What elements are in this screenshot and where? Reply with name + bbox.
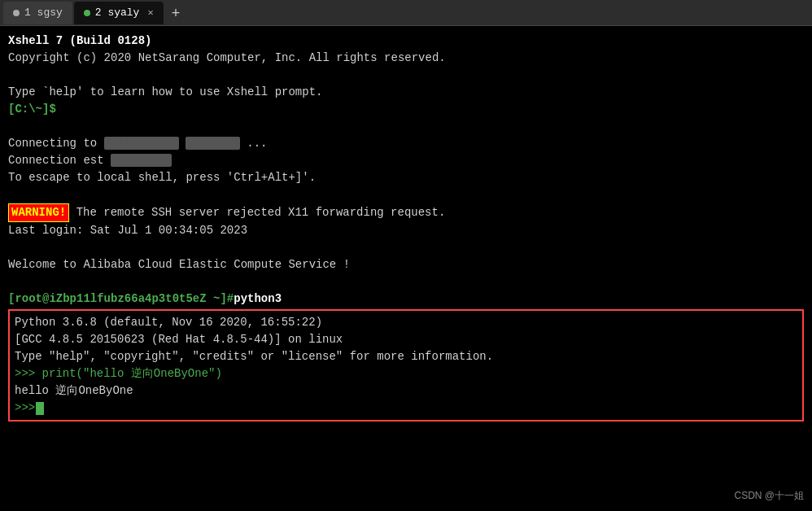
close-tab-button[interactable]: ✕: [147, 7, 153, 19]
python-output-box: Python 3.6.8 (default, Nov 16 2020, 16:5…: [8, 309, 804, 421]
python-cmd-text: python3: [234, 290, 282, 308]
terminal-prompt1: [C:\~]$: [8, 101, 804, 118]
connecting-dots: ...: [247, 137, 267, 150]
new-tab-button[interactable]: +: [165, 2, 187, 24]
python-line4: >>> print("hello 逆向OneByOne"): [15, 365, 797, 382]
last-login-text: Last login: Sat Jul 1 00:34:05 2023: [8, 224, 247, 237]
tab-label-2: 2 syaly: [95, 7, 140, 19]
warning-msg: The remote SSH server rejected X11 forwa…: [76, 206, 446, 219]
xshell-title: Xshell 7 (Build 0128): [8, 34, 151, 47]
copyright-text: Copyright (c) 2020 NetSarang Computer, I…: [8, 51, 446, 64]
terminal-escape: To escape to local shell, press 'Ctrl+Al…: [8, 169, 804, 186]
root-prompt: [root@iZbp11lfubz66a4p3t0t5eZ ~]#: [8, 290, 234, 308]
tab-1-sgsy[interactable]: 1 sgsy: [3, 2, 72, 24]
python-line1-text: Python 3.6.8 (default, Nov 16 2020, 16:5…: [15, 316, 322, 329]
terminal-connection-est: Connection est ████████: [8, 152, 804, 169]
ip-blurred-3: ████████: [111, 154, 172, 167]
python-line5: hello 逆向OneByOne: [15, 382, 797, 400]
python-line1: Python 3.6.8 (default, Nov 16 2020, 16:5…: [15, 314, 797, 331]
terminal-connecting: Connecting to ██████████ ███████ ...: [8, 135, 804, 152]
tab-2-syaly[interactable]: 2 syaly ✕: [74, 2, 164, 24]
python-line2-text: [GCC 4.8.5 20150623 (Red Hat 4.8.5-44)] …: [15, 333, 343, 346]
tab-label-1: 1 sgsy: [24, 7, 63, 19]
ip-blurred-1: ██████████: [104, 137, 179, 150]
escape-text: To escape to local shell, press 'Ctrl+Al…: [8, 171, 316, 184]
python-line4-text: >>> print("hello 逆向OneByOne"): [15, 367, 222, 380]
python-line3: Type "help", "copyright", "credits" or "…: [15, 348, 797, 365]
terminal-header: Xshell 7 (Build 0128): [8, 33, 804, 50]
terminal-python-cmd-line: [root@iZbp11lfubz66a4p3t0t5eZ ~]# python…: [8, 290, 804, 308]
terminal: Xshell 7 (Build 0128) Copyright (c) 2020…: [0, 26, 812, 511]
terminal-last-login: Last login: Sat Jul 1 00:34:05 2023: [8, 222, 804, 239]
help-text: Type `help' to learn how to use Xshell p…: [8, 85, 322, 98]
prompt1-text: [C:\~]$: [8, 103, 56, 116]
terminal-warning: WARNING! The remote SSH server rejected …: [8, 203, 804, 222]
terminal-copyright: Copyright (c) 2020 NetSarang Computer, I…: [8, 50, 804, 67]
python-prompt: >>>: [15, 400, 35, 417]
cursor-block: [36, 402, 44, 415]
tab-dot-1: [13, 10, 20, 16]
welcome-text: Welcome to Alibaba Cloud Elastic Compute…: [8, 258, 350, 271]
warning-label: WARNING!: [8, 203, 69, 222]
terminal-welcome: Welcome to Alibaba Cloud Elastic Compute…: [8, 256, 804, 273]
watermark: CSDN @十一姐: [734, 489, 804, 503]
python-line2: [GCC 4.8.5 20150623 (Red Hat 4.8.5-44)] …: [15, 331, 797, 348]
ip-blurred-2: ███████: [186, 137, 240, 150]
python-line5-text: hello 逆向OneByOne: [15, 384, 133, 397]
terminal-help: Type `help' to learn how to use Xshell p…: [8, 84, 804, 101]
python-line6: >>>: [15, 400, 797, 417]
tab-dot-2: [84, 10, 90, 16]
connection-est-text: Connection est: [8, 154, 104, 167]
connecting-text: Connecting to: [8, 137, 97, 150]
python-line3-text: Type "help", "copyright", "credits" or "…: [15, 350, 493, 363]
tab-bar: 1 sgsy 2 syaly ✕ +: [0, 0, 812, 26]
